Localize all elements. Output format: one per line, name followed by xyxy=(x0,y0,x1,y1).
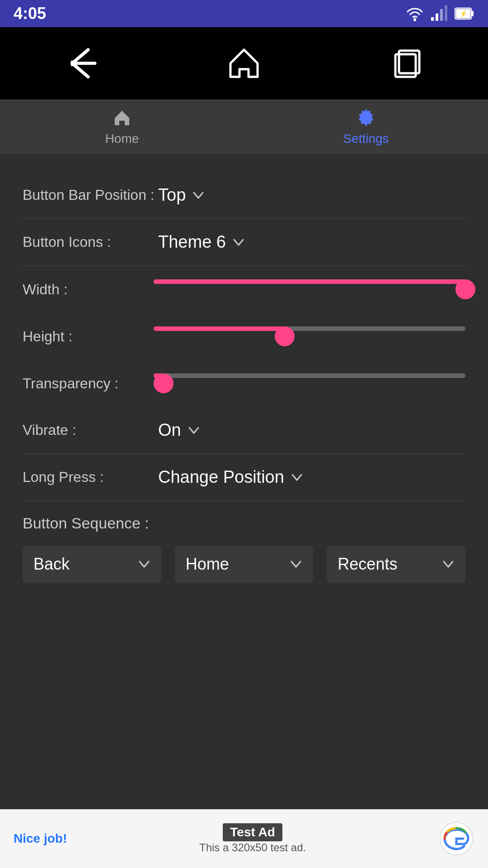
nav-bar xyxy=(0,27,488,99)
tab-home[interactable]: Home xyxy=(0,99,244,154)
vibrate-dropdown[interactable]: On xyxy=(158,420,200,440)
button-sequence-section: Button Sequence : Back Home Recents xyxy=(23,501,465,601)
signal-icon xyxy=(430,5,448,23)
ad-title: Test Ad xyxy=(223,823,282,841)
transparency-slider[interactable] xyxy=(154,373,465,393)
long-press-label: Long Press : xyxy=(23,469,158,486)
settings-tab-icon xyxy=(355,107,377,129)
svg-rect-2 xyxy=(436,14,438,21)
long-press-value: Change Position xyxy=(158,467,284,487)
status-icons: ⚡ xyxy=(406,5,474,23)
svg-rect-3 xyxy=(440,9,443,21)
vibrate-row: Vibrate : On xyxy=(23,407,465,454)
status-bar: 4:05 ⚡ xyxy=(0,0,488,27)
ad-banner: Nice job! Test Ad This a 320x50 test ad. xyxy=(0,809,488,868)
battery-icon: ⚡ xyxy=(455,5,474,23)
ad-center: Test Ad This a 320x50 test ad. xyxy=(199,823,306,854)
nav-home-button[interactable] xyxy=(224,43,264,84)
nav-recents-button[interactable] xyxy=(386,43,427,84)
height-slider-row: Height : xyxy=(23,313,465,360)
settings-content: Button Bar Position : Top Button Icons :… xyxy=(0,154,488,619)
transparency-slider-row: Transparency : xyxy=(23,360,465,407)
chevron-down-icon-3 xyxy=(188,424,200,437)
home-nav-icon xyxy=(224,43,264,84)
width-label: Width : xyxy=(23,281,140,298)
button-sequence-row: Back Home Recents xyxy=(23,541,465,601)
chevron-down-icon-4 xyxy=(291,471,303,484)
svg-rect-6 xyxy=(471,11,474,16)
ad-subtitle: This a 320x50 test ad. xyxy=(199,841,306,854)
height-label: Height : xyxy=(23,328,140,345)
seq-recents-chevron xyxy=(442,558,455,571)
button-sequence-label: Button Sequence : xyxy=(23,501,465,541)
wifi-icon xyxy=(406,5,424,23)
seq-recents-dropdown[interactable]: Recents xyxy=(327,546,465,583)
seq-home-value: Home xyxy=(186,555,229,574)
status-time: 4:05 xyxy=(14,4,46,23)
vibrate-value: On xyxy=(158,420,181,440)
height-slider[interactable] xyxy=(154,326,465,346)
button-bar-position-value: Top xyxy=(158,185,186,205)
button-bar-position-label: Button Bar Position : xyxy=(23,187,158,203)
svg-text:⚡: ⚡ xyxy=(460,10,468,18)
nav-back-button[interactable] xyxy=(61,43,102,84)
tab-settings-label: Settings xyxy=(343,132,389,146)
seq-back-dropdown[interactable]: Back xyxy=(23,546,161,583)
seq-back-value: Back xyxy=(33,555,70,574)
recents-nav-icon xyxy=(386,43,427,84)
transparency-label: Transparency : xyxy=(23,375,140,392)
chevron-down-icon-2 xyxy=(232,236,245,249)
seq-recents-value: Recents xyxy=(338,555,397,574)
width-slider[interactable] xyxy=(154,279,465,299)
vibrate-label: Vibrate : xyxy=(23,422,158,439)
home-tab-icon xyxy=(111,107,133,129)
seq-back-chevron xyxy=(138,558,150,571)
long-press-row: Long Press : Change Position xyxy=(23,454,465,501)
button-bar-position-row: Button Bar Position : Top xyxy=(23,172,465,219)
button-icons-label: Button Icons : xyxy=(23,234,158,250)
svg-point-0 xyxy=(413,19,416,21)
long-press-dropdown[interactable]: Change Position xyxy=(158,467,303,487)
button-icons-value: Theme 6 xyxy=(158,232,226,252)
back-arrow-icon xyxy=(61,43,102,84)
button-icons-row: Button Icons : Theme 6 xyxy=(23,219,465,266)
tab-home-label: Home xyxy=(105,132,139,146)
button-bar-position-dropdown[interactable]: Top xyxy=(158,185,205,205)
ad-logo xyxy=(438,821,474,857)
seq-home-chevron xyxy=(290,558,302,571)
chevron-down-icon xyxy=(192,189,205,202)
tab-bar: Home Settings xyxy=(0,99,488,154)
tab-settings[interactable]: Settings xyxy=(244,99,488,154)
seq-home-dropdown[interactable]: Home xyxy=(175,546,314,583)
svg-rect-4 xyxy=(445,5,447,21)
width-slider-row: Width : xyxy=(23,266,465,313)
button-icons-dropdown[interactable]: Theme 6 xyxy=(158,232,245,252)
svg-rect-1 xyxy=(431,17,434,21)
ad-nice-job: Nice job! xyxy=(14,831,67,846)
